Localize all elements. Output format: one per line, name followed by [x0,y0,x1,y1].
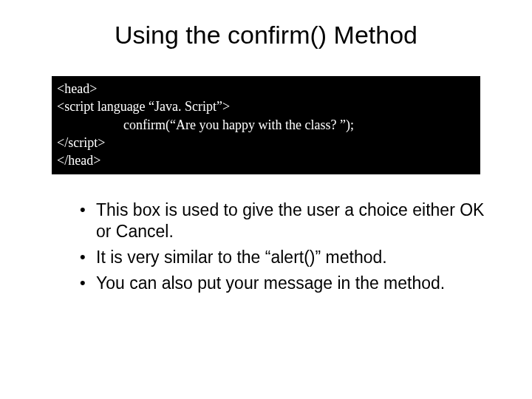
code-line-5: </head> [57,151,475,169]
list-item: It is very similar to the “alert()” meth… [80,247,488,268]
list-item: You can also put your message in the met… [80,273,488,294]
bullet-list: This box is used to give the user a choi… [80,200,488,293]
code-line-4: </script> [57,134,475,151]
list-item: This box is used to give the user a choi… [80,200,488,242]
slide: Using the confirm() Method <head> <scrip… [0,0,532,399]
code-line-1: <head> [57,80,475,98]
code-line-3: confirm(“Are you happy with the class? ”… [57,116,475,134]
code-block: <head> <script language “Java. Script”> … [52,76,480,174]
code-line-2: <script language “Java. Script”> [57,98,475,115]
slide-title: Using the confirm() Method [44,21,488,50]
